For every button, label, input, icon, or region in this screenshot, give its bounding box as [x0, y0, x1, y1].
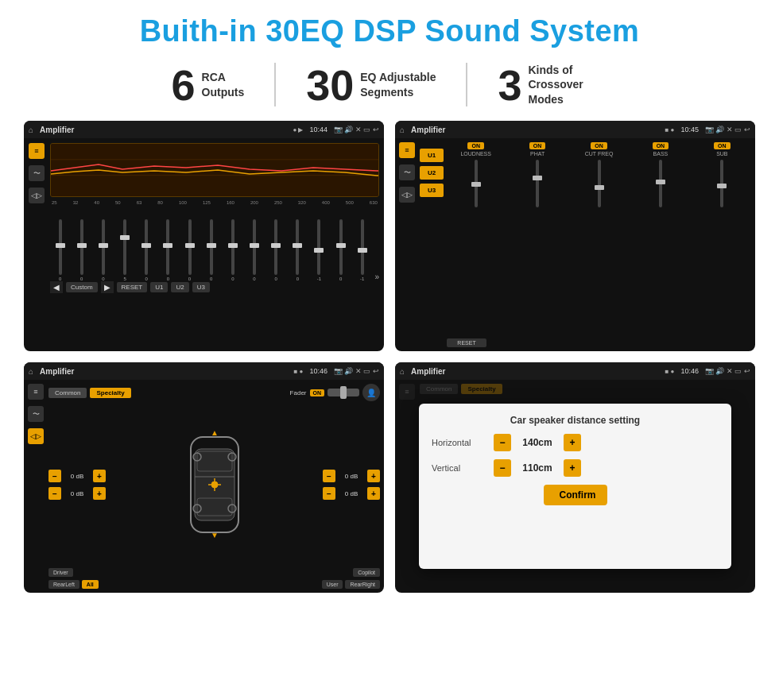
xo-sub-slider[interactable] — [720, 160, 723, 207]
eq-thumb-1[interactable] — [77, 243, 87, 248]
fader-rl-plus[interactable]: + — [93, 487, 106, 500]
fader-fr-minus[interactable]: − — [323, 470, 335, 482]
fader-tab-common[interactable]: Common — [48, 388, 87, 398]
eq-thumb-3[interactable] — [120, 235, 130, 240]
xo-sub-on[interactable]: ON — [714, 142, 731, 149]
fader-fl-minus[interactable]: − — [48, 470, 61, 482]
dist-bg-tab-common: Common — [420, 384, 458, 394]
dialog-horizontal-plus[interactable]: + — [564, 434, 581, 451]
dialog-horizontal-minus[interactable]: − — [494, 434, 511, 451]
eq-slider-3[interactable]: 5 — [114, 219, 134, 281]
fader-icon-wave[interactable]: 〜 — [28, 406, 44, 422]
xo-phat-slider[interactable] — [536, 160, 539, 207]
fader-on-badge[interactable]: ON — [310, 389, 325, 396]
xo-loudness-slider[interactable] — [475, 160, 478, 207]
eq-icon-equalizer[interactable]: ≡ — [29, 143, 45, 159]
eq-slider-2[interactable]: 0 — [93, 219, 113, 281]
eq-thumb-14[interactable] — [358, 248, 367, 253]
eq-slider-7[interactable]: 0 — [201, 219, 221, 281]
fader-all-button[interactable]: All — [82, 580, 99, 589]
dialog-vertical-minus[interactable]: − — [494, 459, 511, 477]
eq-thumb-4[interactable] — [141, 243, 151, 248]
fader-driver-button[interactable]: Driver — [48, 568, 73, 577]
eq-custom-button[interactable]: Custom — [66, 282, 98, 292]
eq-slider-9[interactable]: 0 — [244, 219, 264, 281]
xo-bass-on[interactable]: ON — [653, 142, 669, 149]
eq-thumb-12[interactable] — [314, 248, 324, 253]
fader-profile-icon[interactable]: 👤 — [362, 384, 380, 401]
eq-slider-8[interactable]: 0 — [223, 219, 242, 281]
xo-bass-slider[interactable] — [659, 160, 662, 207]
fader-bottom-row2: RearLeft All User RearRight — [48, 580, 380, 589]
fader-fl-plus[interactable]: + — [93, 470, 106, 482]
fader-rearleft-button[interactable]: RearLeft — [48, 580, 79, 589]
dialog-horizontal-row: Horizontal − 140cm + — [432, 434, 719, 451]
eq-u2-button[interactable]: U2 — [171, 282, 188, 292]
eq-thumb-0[interactable] — [56, 243, 65, 248]
xo-u2-button[interactable]: U2 — [420, 166, 444, 180]
xo-u3-button[interactable]: U3 — [420, 184, 444, 197]
eq-icon-wave[interactable]: 〜 — [29, 165, 45, 181]
fader-tab-specialty[interactable]: Specialty — [90, 388, 130, 398]
eq-thumb-11[interactable] — [293, 243, 302, 248]
eq-slider-11[interactable]: 0 — [288, 219, 308, 281]
xo-reset-button[interactable]: RESET — [447, 338, 486, 347]
dialog-confirm-button[interactable]: Confirm — [544, 485, 607, 505]
eq-slider-10[interactable]: 0 — [266, 219, 286, 281]
eq-scroll-right[interactable]: » — [374, 273, 379, 281]
fader-right-controls: − 0 dB + − 0 dB + — [323, 404, 380, 565]
eq-slider-5[interactable]: 0 — [158, 219, 178, 281]
fader-rearright-button[interactable]: RearRight — [345, 580, 380, 589]
fader-left-strip: ≡ 〜 ◁▷ — [28, 384, 45, 589]
eq-reset-button[interactable]: RESET — [117, 282, 148, 292]
eq-u3-button[interactable]: U3 — [192, 282, 210, 292]
eq-thumb-5[interactable] — [163, 243, 172, 248]
eq-slider-6[interactable]: 0 — [180, 219, 200, 281]
fader-rr-plus[interactable]: + — [367, 487, 380, 500]
fader-icon-eq[interactable]: ≡ — [28, 384, 44, 400]
xo-loudness-name: LOUDNESS — [460, 151, 491, 157]
xo-u1-button[interactable]: U1 — [420, 149, 444, 162]
fader-user-button[interactable]: User — [322, 580, 343, 589]
eq-thumb-9[interactable] — [250, 243, 259, 248]
xo-icon-wave[interactable]: 〜 — [399, 164, 415, 180]
fader-fr-plus[interactable]: + — [367, 470, 380, 482]
eq-thumb-6[interactable] — [185, 243, 195, 248]
eq-slider-0[interactable]: 0 — [50, 219, 70, 281]
xo-bass-thumb[interactable] — [656, 180, 665, 184]
eq-slider-13[interactable]: 0 — [331, 219, 351, 281]
xo-sub-thumb[interactable] — [717, 184, 727, 188]
xo-icon-speaker[interactable]: ◁▷ — [399, 187, 415, 203]
eq-thumb-10[interactable] — [271, 243, 281, 248]
xo-cutfreq-thumb[interactable] — [595, 185, 604, 190]
eq-thumb-13[interactable] — [336, 243, 346, 248]
dialog-horizontal-value: 140cm — [517, 437, 557, 448]
eq-prev-button[interactable]: ◀ — [50, 281, 63, 293]
eq-slider-14[interactable]: -1 — [352, 219, 372, 281]
eq-thumb-2[interactable] — [99, 243, 108, 248]
fader-slider[interactable] — [327, 389, 359, 396]
fader-copilot-button[interactable]: Copilot — [353, 568, 380, 577]
dialog-vertical-plus[interactable]: + — [564, 459, 581, 477]
xo-channels: ON LOUDNESS ON PHAT ON — [447, 142, 751, 347]
fader-rr-minus[interactable]: − — [323, 487, 335, 500]
eq-thumb-8[interactable] — [228, 243, 238, 248]
fader-icon-speaker[interactable]: ◁▷ — [28, 428, 44, 444]
eq-icon-speaker[interactable]: ◁▷ — [29, 188, 45, 203]
fader-status-bar: ⌂ Amplifier ■ ● 10:46 📷 🔊 ✕ ▭ ↩ — [24, 362, 384, 380]
xo-loudness-thumb[interactable] — [471, 182, 481, 187]
fader-thumb[interactable] — [340, 386, 347, 399]
eq-u1-button[interactable]: U1 — [150, 282, 168, 292]
eq-next-button[interactable]: ▶ — [101, 281, 114, 293]
eq-slider-12[interactable]: -1 — [309, 219, 329, 281]
eq-slider-1[interactable]: 0 — [72, 219, 91, 281]
xo-icon-eq[interactable]: ≡ — [399, 142, 415, 158]
xo-cutfreq-on[interactable]: ON — [591, 142, 607, 149]
xo-phat-on[interactable]: ON — [529, 142, 546, 149]
xo-cutfreq-slider[interactable] — [598, 160, 601, 207]
eq-thumb-7[interactable] — [207, 243, 216, 248]
xo-phat-thumb[interactable] — [533, 176, 542, 180]
fader-rl-minus[interactable]: − — [48, 487, 61, 500]
xo-loudness-on[interactable]: ON — [467, 142, 484, 149]
eq-slider-4[interactable]: 0 — [137, 219, 157, 281]
